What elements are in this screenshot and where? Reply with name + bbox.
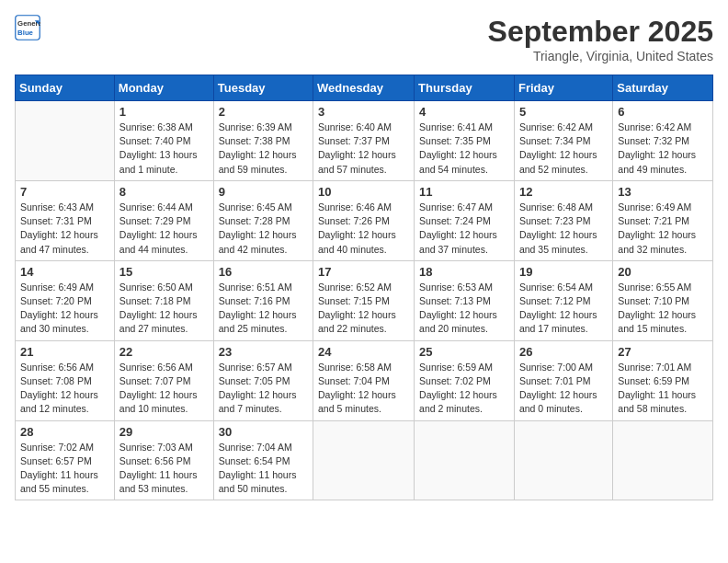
week-row-4: 21Sunrise: 6:56 AM Sunset: 7:08 PM Dayli… bbox=[16, 340, 713, 420]
day-cell: 26Sunrise: 7:00 AM Sunset: 7:01 PM Dayli… bbox=[514, 340, 612, 420]
day-cell: 14Sunrise: 6:49 AM Sunset: 7:20 PM Dayli… bbox=[16, 260, 115, 340]
day-number: 22 bbox=[119, 345, 209, 359]
weekday-header-friday: Friday bbox=[514, 75, 612, 101]
day-detail: Sunrise: 6:55 AM Sunset: 7:10 PM Dayligh… bbox=[618, 281, 708, 337]
day-detail: Sunrise: 6:57 AM Sunset: 7:05 PM Dayligh… bbox=[219, 361, 308, 417]
month-title: September 2025 bbox=[488, 15, 713, 49]
day-detail: Sunrise: 6:43 AM Sunset: 7:31 PM Dayligh… bbox=[20, 201, 109, 257]
day-cell: 15Sunrise: 6:50 AM Sunset: 7:18 PM Dayli… bbox=[114, 260, 213, 340]
day-number: 8 bbox=[119, 185, 209, 199]
weekday-header-sunday: Sunday bbox=[16, 75, 115, 101]
day-cell: 29Sunrise: 7:03 AM Sunset: 6:56 PM Dayli… bbox=[114, 420, 213, 500]
day-cell: 27Sunrise: 7:01 AM Sunset: 6:59 PM Dayli… bbox=[613, 340, 713, 420]
day-cell bbox=[16, 101, 115, 181]
week-row-5: 28Sunrise: 7:02 AM Sunset: 6:57 PM Dayli… bbox=[16, 420, 713, 500]
day-number: 24 bbox=[318, 345, 409, 359]
day-cell: 3Sunrise: 6:40 AM Sunset: 7:37 PM Daylig… bbox=[313, 101, 415, 181]
day-cell bbox=[313, 420, 415, 500]
logo: General Blue bbox=[15, 15, 40, 40]
day-detail: Sunrise: 6:41 AM Sunset: 7:35 PM Dayligh… bbox=[419, 121, 509, 177]
day-cell: 30Sunrise: 7:04 AM Sunset: 6:54 PM Dayli… bbox=[213, 420, 313, 500]
title-block: September 2025 Triangle, Virginia, Unite… bbox=[488, 15, 713, 63]
day-cell: 19Sunrise: 6:54 AM Sunset: 7:12 PM Dayli… bbox=[514, 260, 612, 340]
day-number: 7 bbox=[20, 185, 109, 199]
logo-icon: General Blue bbox=[15, 15, 40, 40]
day-detail: Sunrise: 6:59 AM Sunset: 7:02 PM Dayligh… bbox=[419, 361, 509, 417]
day-cell: 2Sunrise: 6:39 AM Sunset: 7:38 PM Daylig… bbox=[213, 101, 313, 181]
day-number: 23 bbox=[219, 345, 308, 359]
day-number: 6 bbox=[618, 105, 708, 119]
day-detail: Sunrise: 6:58 AM Sunset: 7:04 PM Dayligh… bbox=[318, 361, 409, 417]
day-cell: 22Sunrise: 6:56 AM Sunset: 7:07 PM Dayli… bbox=[114, 340, 213, 420]
day-detail: Sunrise: 6:39 AM Sunset: 7:38 PM Dayligh… bbox=[219, 121, 308, 177]
weekday-header-row: SundayMondayTuesdayWednesdayThursdayFrid… bbox=[16, 75, 713, 101]
day-detail: Sunrise: 6:46 AM Sunset: 7:26 PM Dayligh… bbox=[318, 201, 409, 257]
day-cell: 4Sunrise: 6:41 AM Sunset: 7:35 PM Daylig… bbox=[415, 101, 515, 181]
weekday-header-tuesday: Tuesday bbox=[213, 75, 313, 101]
day-cell: 12Sunrise: 6:48 AM Sunset: 7:23 PM Dayli… bbox=[514, 180, 612, 260]
day-detail: Sunrise: 6:48 AM Sunset: 7:23 PM Dayligh… bbox=[519, 201, 608, 257]
day-detail: Sunrise: 6:47 AM Sunset: 7:24 PM Dayligh… bbox=[419, 201, 509, 257]
day-detail: Sunrise: 6:51 AM Sunset: 7:16 PM Dayligh… bbox=[219, 281, 308, 337]
day-detail: Sunrise: 7:04 AM Sunset: 6:54 PM Dayligh… bbox=[219, 441, 308, 497]
day-detail: Sunrise: 6:54 AM Sunset: 7:12 PM Dayligh… bbox=[519, 281, 608, 337]
day-cell: 23Sunrise: 6:57 AM Sunset: 7:05 PM Dayli… bbox=[213, 340, 313, 420]
day-detail: Sunrise: 7:01 AM Sunset: 6:59 PM Dayligh… bbox=[618, 361, 708, 417]
day-cell: 10Sunrise: 6:46 AM Sunset: 7:26 PM Dayli… bbox=[313, 180, 415, 260]
day-number: 15 bbox=[119, 265, 209, 279]
day-number: 12 bbox=[519, 185, 608, 199]
day-cell: 24Sunrise: 6:58 AM Sunset: 7:04 PM Dayli… bbox=[313, 340, 415, 420]
day-detail: Sunrise: 6:53 AM Sunset: 7:13 PM Dayligh… bbox=[419, 281, 509, 337]
week-row-2: 7Sunrise: 6:43 AM Sunset: 7:31 PM Daylig… bbox=[16, 180, 713, 260]
weekday-header-wednesday: Wednesday bbox=[313, 75, 415, 101]
day-cell bbox=[415, 420, 515, 500]
day-cell bbox=[613, 420, 713, 500]
day-cell: 1Sunrise: 6:38 AM Sunset: 7:40 PM Daylig… bbox=[114, 101, 213, 181]
day-detail: Sunrise: 6:44 AM Sunset: 7:29 PM Dayligh… bbox=[119, 201, 209, 257]
svg-text:Blue: Blue bbox=[17, 29, 34, 37]
day-cell: 6Sunrise: 6:42 AM Sunset: 7:32 PM Daylig… bbox=[613, 101, 713, 181]
day-number: 16 bbox=[219, 265, 308, 279]
day-number: 26 bbox=[519, 345, 608, 359]
day-cell: 8Sunrise: 6:44 AM Sunset: 7:29 PM Daylig… bbox=[114, 180, 213, 260]
day-detail: Sunrise: 7:00 AM Sunset: 7:01 PM Dayligh… bbox=[519, 361, 608, 417]
day-number: 20 bbox=[618, 265, 708, 279]
day-number: 4 bbox=[419, 105, 509, 119]
day-cell: 11Sunrise: 6:47 AM Sunset: 7:24 PM Dayli… bbox=[415, 180, 515, 260]
weekday-header-thursday: Thursday bbox=[415, 75, 515, 101]
day-cell: 13Sunrise: 6:49 AM Sunset: 7:21 PM Dayli… bbox=[613, 180, 713, 260]
day-detail: Sunrise: 6:56 AM Sunset: 7:08 PM Dayligh… bbox=[20, 361, 109, 417]
day-detail: Sunrise: 6:42 AM Sunset: 7:32 PM Dayligh… bbox=[618, 121, 708, 177]
day-cell: 18Sunrise: 6:53 AM Sunset: 7:13 PM Dayli… bbox=[415, 260, 515, 340]
day-number: 13 bbox=[618, 185, 708, 199]
day-number: 10 bbox=[318, 185, 409, 199]
day-number: 29 bbox=[119, 425, 209, 439]
day-cell: 7Sunrise: 6:43 AM Sunset: 7:31 PM Daylig… bbox=[16, 180, 115, 260]
day-number: 3 bbox=[318, 105, 409, 119]
day-number: 25 bbox=[419, 345, 509, 359]
day-detail: Sunrise: 7:03 AM Sunset: 6:56 PM Dayligh… bbox=[119, 441, 209, 497]
day-detail: Sunrise: 6:42 AM Sunset: 7:34 PM Dayligh… bbox=[519, 121, 608, 177]
day-cell: 16Sunrise: 6:51 AM Sunset: 7:16 PM Dayli… bbox=[213, 260, 313, 340]
day-detail: Sunrise: 6:49 AM Sunset: 7:21 PM Dayligh… bbox=[618, 201, 708, 257]
day-detail: Sunrise: 6:49 AM Sunset: 7:20 PM Dayligh… bbox=[20, 281, 109, 337]
day-number: 21 bbox=[20, 345, 109, 359]
day-number: 5 bbox=[519, 105, 608, 119]
day-detail: Sunrise: 6:38 AM Sunset: 7:40 PM Dayligh… bbox=[119, 121, 209, 177]
day-detail: Sunrise: 6:52 AM Sunset: 7:15 PM Dayligh… bbox=[318, 281, 409, 337]
day-number: 30 bbox=[219, 425, 308, 439]
page-header: General Blue September 2025 Triangle, Vi… bbox=[15, 15, 713, 63]
day-number: 2 bbox=[219, 105, 308, 119]
day-cell bbox=[514, 420, 612, 500]
day-cell: 17Sunrise: 6:52 AM Sunset: 7:15 PM Dayli… bbox=[313, 260, 415, 340]
week-row-1: 1Sunrise: 6:38 AM Sunset: 7:40 PM Daylig… bbox=[16, 101, 713, 181]
day-cell: 21Sunrise: 6:56 AM Sunset: 7:08 PM Dayli… bbox=[16, 340, 115, 420]
day-detail: Sunrise: 6:56 AM Sunset: 7:07 PM Dayligh… bbox=[119, 361, 209, 417]
day-detail: Sunrise: 6:40 AM Sunset: 7:37 PM Dayligh… bbox=[318, 121, 409, 177]
day-number: 19 bbox=[519, 265, 608, 279]
day-cell: 20Sunrise: 6:55 AM Sunset: 7:10 PM Dayli… bbox=[613, 260, 713, 340]
day-number: 28 bbox=[20, 425, 109, 439]
day-detail: Sunrise: 6:45 AM Sunset: 7:28 PM Dayligh… bbox=[219, 201, 308, 257]
day-cell: 25Sunrise: 6:59 AM Sunset: 7:02 PM Dayli… bbox=[415, 340, 515, 420]
weekday-header-saturday: Saturday bbox=[613, 75, 713, 101]
